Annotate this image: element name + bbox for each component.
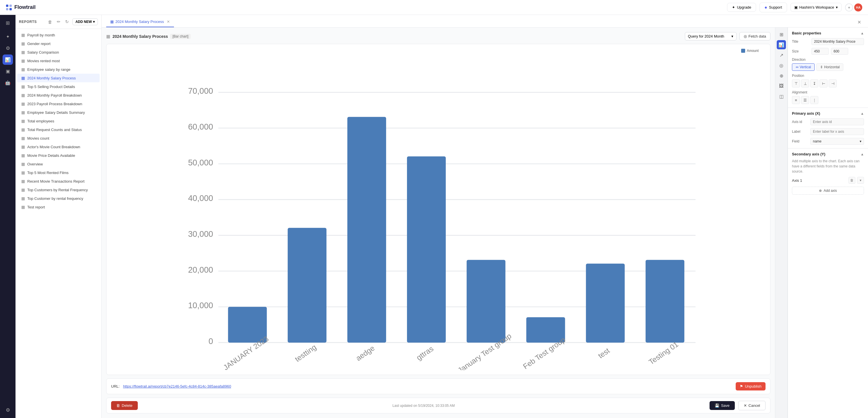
sidebar-item[interactable]: ▦Movie Price Details Available [17, 151, 100, 160]
chevron-up-icon: ▲ [861, 111, 864, 115]
chevron-up-icon: ▲ [861, 31, 864, 35]
unpublish-button[interactable]: ⚑ Unpublish [736, 382, 766, 390]
avatar-group: + HA [845, 3, 862, 11]
sidebar-item-label: Test report [27, 205, 45, 209]
save-icon: 💾 [715, 404, 719, 408]
explore-nav-icon[interactable]: ✦ [3, 32, 13, 42]
size-width-input[interactable] [811, 48, 829, 55]
expand-axis-button[interactable]: ▾ [857, 177, 864, 184]
table-icon[interactable]: ⊞ [777, 30, 786, 39]
direction-horizontal-button[interactable]: ⇕ Horizontal [816, 63, 843, 71]
basic-properties-header[interactable]: Basic properties ▲ [792, 31, 864, 35]
sidebar-item-label: Payroll by month [27, 33, 55, 37]
edit-icon[interactable]: ✏ [56, 19, 62, 25]
settings-nav-icon[interactable]: ⚙ [3, 405, 13, 415]
sidebar-item-label: Movies rented most [27, 59, 60, 63]
align-right-button[interactable]: ⋮ [810, 96, 818, 104]
align-left-button[interactable]: ≡ [792, 96, 800, 104]
sidebar-item[interactable]: ▦Test report [17, 203, 100, 211]
direction-vertical-button[interactable]: ⇔ Vertical [792, 63, 815, 71]
fetch-data-button[interactable]: ◎ Fetch data [739, 32, 770, 40]
layout-icon[interactable]: ◫ [777, 92, 786, 101]
pie-chart-icon[interactable]: ◎ [777, 61, 786, 70]
support-button[interactable]: ● Support [760, 3, 787, 12]
chart-title: 2024 Monthly Salary Process [113, 34, 168, 39]
primary-axis-header[interactable]: Primary axis (X) ▲ [792, 111, 864, 115]
sidebar-item[interactable]: ▦Recent Movie Transactions Report [17, 177, 100, 185]
sidebar-item[interactable]: ▦Actor's Movie Count Breakdown [17, 142, 100, 151]
sidebar-item[interactable]: ▦Gender report [17, 39, 100, 48]
position-right-button[interactable]: ⊣ [829, 79, 837, 88]
sidebar-item[interactable]: ▦Top Customers by Rental Frequency [17, 185, 100, 194]
sidebar-item-label: Top Customers by Rental Frequency [27, 188, 88, 192]
image-icon[interactable]: 🖼 [777, 81, 786, 91]
add-axis-button[interactable]: ⊕ Add axis [792, 187, 864, 195]
reports-title: REPORTS [19, 20, 44, 24]
integrations-nav-icon[interactable]: ⚙ [3, 43, 13, 53]
delete-icon[interactable]: 🗑 [47, 19, 53, 25]
position-bottom-button[interactable]: ↧ [810, 79, 818, 88]
sidebar-item[interactable]: ▦Salary Comparison [17, 48, 100, 57]
line-chart-icon[interactable]: ↗ [777, 50, 786, 60]
report-url[interactable]: https://flowtrail.ai/report/cb7e2146-5ef… [123, 384, 733, 388]
chevron-down-icon: ▾ [836, 5, 838, 9]
axis-id-input[interactable] [810, 118, 864, 125]
sidebar-list: ▦Payroll by month▦Gender report▦Salary C… [16, 29, 101, 418]
size-height-input[interactable] [831, 48, 848, 55]
sidebar-item[interactable]: ▦Employee salary by range [17, 65, 100, 74]
sidebar-item-label: Movie Price Details Available [27, 153, 75, 158]
add-user-icon[interactable]: + [845, 3, 853, 11]
sidebar-item[interactable]: ▦Top Customer by rental frequency [17, 194, 100, 203]
svg-text:70,000: 70,000 [188, 86, 213, 96]
report-icon: ▦ [21, 205, 25, 209]
reports-nav-icon[interactable]: 📊 [3, 55, 13, 65]
sidebar-item[interactable]: ▦Movies rented most [17, 57, 100, 65]
workspace-button[interactable]: ▣ Hashim's Workspace ▾ [790, 3, 842, 12]
sidebar-item[interactable]: ▦2023 Payroll Process Breakdown [17, 100, 100, 108]
position-top-left-button[interactable]: ⊤ [792, 79, 800, 88]
sidebar-item[interactable]: ▦Payroll by month [17, 31, 100, 39]
axis-label-input[interactable] [810, 128, 864, 135]
bar-chart-icon[interactable]: 📊 [777, 40, 786, 49]
refresh-icon[interactable]: ↻ [64, 19, 70, 25]
tab-close-icon[interactable]: ✕ [167, 20, 170, 24]
action-bar: 🗑 Delete Last updated on 5/19/2024, 10:3… [106, 398, 770, 413]
sidebar-item[interactable]: ▦2024 Monthly Salary Process [17, 74, 100, 82]
tab-report[interactable]: ▦ 2024 Monthly Salary Process ✕ [106, 16, 174, 27]
secondary-axis-header[interactable]: Secondary axis (Y) ▲ [792, 152, 864, 156]
panel-close-icon[interactable]: ✕ [855, 17, 863, 27]
sidebar-item[interactable]: ▦Overview [17, 160, 100, 168]
position-top-button[interactable]: ⊥ [801, 79, 809, 88]
globe-icon[interactable]: ⊕ [777, 71, 786, 80]
delete-axis-button[interactable]: 🗑 [848, 177, 856, 184]
align-center-button[interactable]: ☰ [801, 96, 809, 104]
upgrade-button[interactable]: ✦ Upgrade [727, 3, 756, 12]
title-input[interactable] [811, 38, 864, 45]
report-icon: ▦ [21, 41, 25, 46]
query-select[interactable]: Query for 2024 Month ▾ [685, 32, 737, 40]
vertical-icon: ⇔ [796, 65, 799, 69]
add-new-button[interactable]: ADD NEW ▾ [72, 19, 98, 25]
axis-id-label: Axis id [792, 120, 808, 124]
sidebar-item[interactable]: ▦Total Request Counts and Status [17, 125, 100, 134]
svg-text:Testing 01: Testing 01 [647, 340, 680, 366]
sidebar-item-label: Top 5 Selling Product Details [27, 84, 75, 89]
field-select[interactable]: name ▾ [810, 138, 864, 145]
sidebar-item[interactable]: ▦Movies count [17, 134, 100, 142]
svg-text:gttras: gttras [415, 344, 435, 362]
dashboards-nav-icon[interactable]: ▣ [3, 66, 13, 76]
home-nav-icon[interactable]: ⊞ [3, 18, 13, 28]
position-left-button[interactable]: ⊢ [819, 79, 828, 88]
save-button[interactable]: 💾 Save [710, 401, 735, 410]
ai-nav-icon[interactable]: 🤖 [3, 77, 13, 88]
sidebar-item[interactable]: ▦Total employees [17, 117, 100, 125]
chevron-down-icon: ▾ [93, 20, 95, 24]
delete-button[interactable]: 🗑 Delete [111, 401, 138, 410]
sidebar-item[interactable]: ▦Top 5 Most Rented Films [17, 168, 100, 177]
report-icon: ▦ [21, 179, 25, 183]
cancel-icon: ✕ [744, 404, 747, 408]
sidebar-item[interactable]: ▦2024 Monthly Payroll Breakdown [17, 91, 100, 100]
sidebar-item[interactable]: ▦Top 5 Selling Product Details [17, 82, 100, 91]
sidebar-item[interactable]: ▦Employee Salary Details Summary [17, 108, 100, 117]
cancel-button[interactable]: ✕ Cancel [738, 401, 766, 410]
